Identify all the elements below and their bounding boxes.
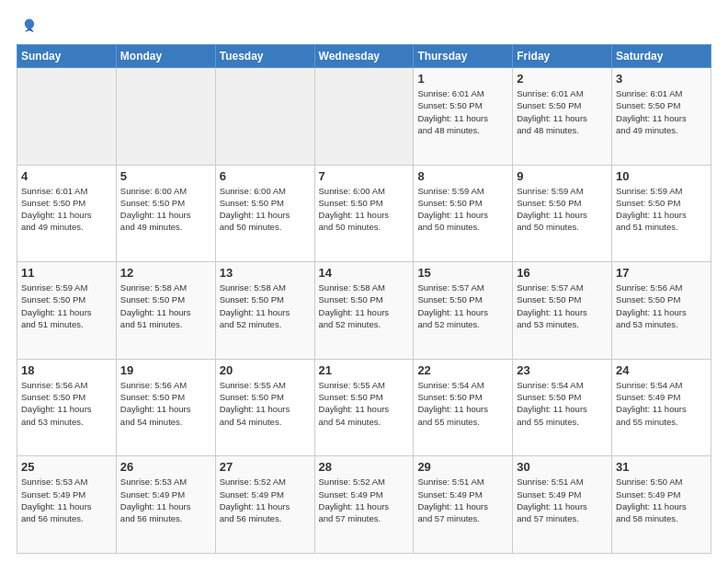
day-number: 24 [616,363,707,377]
day-info: Sunrise: 5:58 AM Sunset: 5:50 PM Dayligh… [319,282,410,330]
header-row: SundayMondayTuesdayWednesdayThursdayFrid… [17,45,711,68]
header-day-wednesday: Wednesday [314,45,414,68]
day-number: 31 [616,460,707,474]
day-info: Sunrise: 6:01 AM Sunset: 5:50 PM Dayligh… [417,87,508,136]
header [17,17,711,35]
calendar-cell: 17Sunrise: 5:56 AM Sunset: 5:50 PM Dayli… [612,262,711,360]
calendar-cell: 1Sunrise: 6:01 AM Sunset: 5:50 PM Daylig… [414,68,513,166]
day-info: Sunrise: 5:58 AM Sunset: 5:50 PM Dayligh… [120,282,211,330]
header-day-monday: Monday [116,45,215,68]
header-day-friday: Friday [513,45,612,68]
calendar-cell: 11Sunrise: 5:59 AM Sunset: 5:50 PM Dayli… [17,262,117,360]
calendar-cell: 25Sunrise: 5:53 AM Sunset: 5:49 PM Dayli… [17,456,117,554]
day-info: Sunrise: 6:01 AM Sunset: 5:50 PM Dayligh… [21,185,112,234]
day-info: Sunrise: 6:00 AM Sunset: 5:50 PM Dayligh… [120,185,211,234]
day-info: Sunrise: 5:59 AM Sunset: 5:50 PM Dayligh… [616,185,707,234]
day-info: Sunrise: 5:57 AM Sunset: 5:50 PM Dayligh… [417,282,508,330]
week-row-5: 25Sunrise: 5:53 AM Sunset: 5:49 PM Dayli… [17,456,711,554]
day-info: Sunrise: 5:51 AM Sunset: 5:49 PM Dayligh… [517,476,608,524]
day-number: 6 [220,169,311,183]
day-info: Sunrise: 5:59 AM Sunset: 5:50 PM Dayligh… [21,282,112,330]
day-info: Sunrise: 5:56 AM Sunset: 5:50 PM Dayligh… [21,379,112,428]
day-info: Sunrise: 5:53 AM Sunset: 5:49 PM Dayligh… [21,476,112,524]
calendar-cell: 27Sunrise: 5:52 AM Sunset: 5:49 PM Dayli… [215,456,314,554]
calendar-cell: 21Sunrise: 5:55 AM Sunset: 5:50 PM Dayli… [314,359,414,456]
day-number: 13 [220,266,311,280]
calendar-cell: 15Sunrise: 5:57 AM Sunset: 5:50 PM Dayli… [414,262,513,360]
day-number: 3 [616,72,707,86]
calendar-cell [17,68,117,166]
calendar-cell: 26Sunrise: 5:53 AM Sunset: 5:49 PM Dayli… [116,456,215,554]
day-info: Sunrise: 5:54 AM Sunset: 5:50 PM Dayligh… [517,379,608,428]
header-day-thursday: Thursday [414,45,513,68]
day-number: 25 [21,460,112,474]
day-info: Sunrise: 5:54 AM Sunset: 5:49 PM Dayligh… [616,379,707,428]
day-number: 27 [220,460,311,474]
calendar-cell: 5Sunrise: 6:00 AM Sunset: 5:50 PM Daylig… [116,165,215,262]
day-info: Sunrise: 5:58 AM Sunset: 5:50 PM Dayligh… [220,282,311,330]
calendar-cell: 13Sunrise: 5:58 AM Sunset: 5:50 PM Dayli… [215,262,314,360]
calendar-cell [116,68,215,166]
day-info: Sunrise: 6:01 AM Sunset: 5:50 PM Dayligh… [517,87,608,136]
calendar-cell: 9Sunrise: 5:59 AM Sunset: 5:50 PM Daylig… [513,165,612,262]
day-info: Sunrise: 5:50 AM Sunset: 5:49 PM Dayligh… [616,476,707,524]
day-number: 8 [417,169,508,183]
day-info: Sunrise: 5:52 AM Sunset: 5:49 PM Dayligh… [220,476,311,524]
day-info: Sunrise: 5:56 AM Sunset: 5:50 PM Dayligh… [120,379,211,428]
day-number: 12 [120,266,211,280]
calendar-cell: 16Sunrise: 5:57 AM Sunset: 5:50 PM Dayli… [513,262,612,360]
calendar-cell: 14Sunrise: 5:58 AM Sunset: 5:50 PM Dayli… [314,262,414,360]
day-number: 7 [319,169,410,183]
calendar-cell: 4Sunrise: 6:01 AM Sunset: 5:50 PM Daylig… [17,165,117,262]
day-info: Sunrise: 5:51 AM Sunset: 5:49 PM Dayligh… [417,476,508,524]
day-info: Sunrise: 5:54 AM Sunset: 5:50 PM Dayligh… [417,379,508,428]
day-info: Sunrise: 6:00 AM Sunset: 5:50 PM Dayligh… [319,185,410,234]
logo-bird-icon [20,17,39,35]
calendar-cell: 19Sunrise: 5:56 AM Sunset: 5:50 PM Dayli… [116,359,215,456]
day-number: 26 [120,460,211,474]
calendar-table: SundayMondayTuesdayWednesdayThursdayFrid… [17,44,711,554]
day-number: 19 [120,363,211,377]
day-number: 30 [517,460,608,474]
day-number: 9 [517,169,608,183]
day-number: 22 [417,363,508,377]
calendar-cell: 2Sunrise: 6:01 AM Sunset: 5:50 PM Daylig… [513,68,612,166]
logo [17,17,40,35]
day-number: 20 [220,363,311,377]
day-info: Sunrise: 5:53 AM Sunset: 5:49 PM Dayligh… [120,476,211,524]
calendar-cell: 20Sunrise: 5:55 AM Sunset: 5:50 PM Dayli… [215,359,314,456]
day-number: 15 [417,266,508,280]
calendar-cell: 10Sunrise: 5:59 AM Sunset: 5:50 PM Dayli… [612,165,711,262]
calendar-cell: 18Sunrise: 5:56 AM Sunset: 5:50 PM Dayli… [17,359,117,456]
calendar-cell [215,68,314,166]
calendar-cell: 7Sunrise: 6:00 AM Sunset: 5:50 PM Daylig… [314,165,414,262]
calendar-cell: 6Sunrise: 6:00 AM Sunset: 5:50 PM Daylig… [215,165,314,262]
day-number: 10 [616,169,707,183]
day-info: Sunrise: 5:55 AM Sunset: 5:50 PM Dayligh… [319,379,410,428]
day-number: 4 [21,169,112,183]
day-info: Sunrise: 5:52 AM Sunset: 5:49 PM Dayligh… [319,476,410,524]
day-number: 16 [517,266,608,280]
day-info: Sunrise: 5:57 AM Sunset: 5:50 PM Dayligh… [517,282,608,330]
week-row-1: 1Sunrise: 6:01 AM Sunset: 5:50 PM Daylig… [17,68,711,166]
calendar-cell: 23Sunrise: 5:54 AM Sunset: 5:50 PM Dayli… [513,359,612,456]
day-info: Sunrise: 6:01 AM Sunset: 5:50 PM Dayligh… [616,87,707,136]
page: SundayMondayTuesdayWednesdayThursdayFrid… [0,0,728,563]
calendar-cell: 28Sunrise: 5:52 AM Sunset: 5:49 PM Dayli… [314,456,414,554]
calendar-cell: 12Sunrise: 5:58 AM Sunset: 5:50 PM Dayli… [116,262,215,360]
day-info: Sunrise: 5:56 AM Sunset: 5:50 PM Dayligh… [616,282,707,330]
day-number: 29 [417,460,508,474]
week-row-3: 11Sunrise: 5:59 AM Sunset: 5:50 PM Dayli… [17,262,711,360]
calendar-cell: 24Sunrise: 5:54 AM Sunset: 5:49 PM Dayli… [612,359,711,456]
calendar-cell: 3Sunrise: 6:01 AM Sunset: 5:50 PM Daylig… [612,68,711,166]
day-number: 21 [319,363,410,377]
calendar-cell: 22Sunrise: 5:54 AM Sunset: 5:50 PM Dayli… [414,359,513,456]
day-number: 18 [21,363,112,377]
day-number: 14 [319,266,410,280]
calendar-cell: 29Sunrise: 5:51 AM Sunset: 5:49 PM Dayli… [414,456,513,554]
calendar-body: 1Sunrise: 6:01 AM Sunset: 5:50 PM Daylig… [17,68,711,554]
calendar-cell: 30Sunrise: 5:51 AM Sunset: 5:49 PM Dayli… [513,456,612,554]
day-number: 2 [517,72,608,86]
header-day-saturday: Saturday [612,45,711,68]
header-day-sunday: Sunday [17,45,117,68]
